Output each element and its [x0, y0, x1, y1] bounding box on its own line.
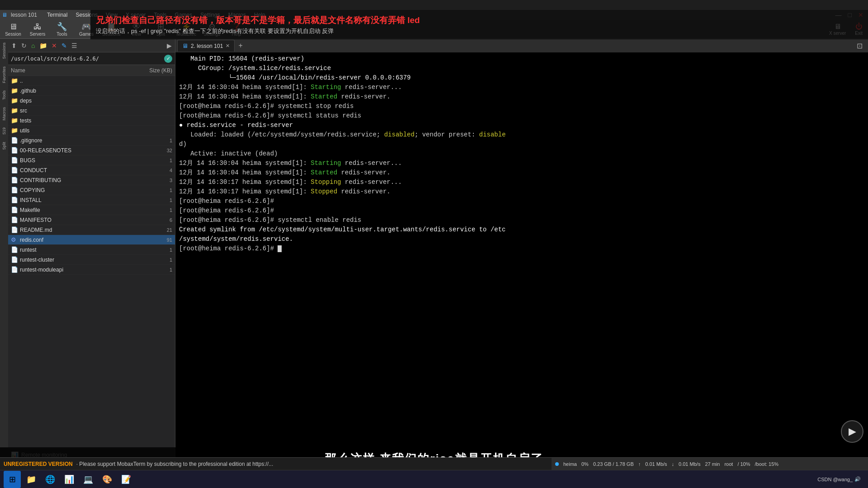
file-item[interactable]: 📄BUGS1	[8, 155, 175, 165]
menu-settings[interactable]: Settings	[197, 11, 223, 19]
file-item-name: utils	[20, 127, 150, 134]
window-title: lesson 101	[11, 12, 37, 18]
toolbar-split[interactable]: ⊞ Split	[150, 21, 172, 38]
folder-icon: 📁	[11, 87, 18, 94]
terminal-output[interactable]: Main PID: 15604 (redis-server) CGroup: /…	[175, 52, 868, 474]
toolbar-multiexec[interactable]: ⚡ MultiExec	[174, 21, 199, 38]
file-icon: 📄	[11, 167, 18, 174]
file-item[interactable]: 📄00-RELEASENOTES32	[8, 145, 175, 155]
menu-help[interactable]: Help	[250, 11, 269, 19]
toolbar-servers[interactable]: 🖧 Servers	[26, 21, 49, 38]
terminal-tab[interactable]: 🖥 2. lesson 101 ✕	[177, 40, 235, 52]
file-item[interactable]: 📄runtest1	[8, 245, 175, 255]
fp-edit-btn[interactable]: ✎	[60, 41, 68, 50]
xserver-button[interactable]: 🖥 X server	[826, 22, 849, 37]
file-item[interactable]: 📄.gitignore1	[8, 136, 175, 145]
task-explorer[interactable]: 📁	[23, 471, 40, 488]
volume-icon[interactable]: 🔊	[854, 476, 861, 482]
tab-close-btn[interactable]: ✕	[226, 43, 230, 49]
task-browser[interactable]: 🌐	[42, 471, 59, 488]
close-btn[interactable]: ✕	[855, 11, 866, 19]
file-col-header: Name Size (KB)	[8, 65, 175, 76]
file-item[interactable]: 📄runtest-cluster1	[8, 255, 175, 265]
menu-games[interactable]: Games	[171, 11, 196, 19]
col-size-header: Size (KB)	[141, 67, 172, 74]
menu-terminal[interactable]: Terminal	[43, 11, 71, 19]
menu-xserver[interactable]: X server	[122, 11, 150, 19]
sidebar-macros[interactable]: Macros	[1, 105, 7, 122]
status-dot	[555, 462, 559, 466]
file-item-size: 6	[150, 217, 172, 223]
file-item[interactable]: 📁src	[8, 106, 175, 116]
sidebar-s19[interactable]: S19	[1, 126, 7, 136]
task-typora[interactable]: 📝	[118, 471, 135, 488]
toolbar-session[interactable]: 🖥 Session	[2, 21, 24, 38]
terminal-line: [root@heima redis-6.2.6]# systemctl enab…	[179, 216, 864, 225]
file-item[interactable]: 📄CONDUCT4	[8, 165, 175, 175]
task-vscode[interactable]: 💻	[80, 471, 97, 488]
sidebar-favorites[interactable]: Favorites	[1, 65, 7, 85]
terminal-line: [root@heima redis-6.2.6]#	[179, 244, 864, 253]
fp-up-btn[interactable]: ⬆	[10, 41, 18, 50]
file-item[interactable]: 📄runtest-moduleapi1	[8, 265, 175, 275]
play-button[interactable]: ▶	[841, 420, 863, 443]
file-item[interactable]: 📁tests	[8, 116, 175, 126]
maximize-btn[interactable]: □	[845, 11, 854, 19]
menu-tools[interactable]: Tools	[151, 11, 170, 19]
play-icon: ▶	[849, 426, 856, 437]
fp-new-folder-btn[interactable]: 📁	[38, 41, 48, 50]
file-item-size: 1	[150, 138, 172, 143]
status-user: root	[724, 461, 733, 467]
file-item-name: runtest	[20, 247, 150, 253]
terminal-line: Loaded: loaded (/etc/systemd/system/redi…	[179, 130, 864, 140]
file-item[interactable]: 📄CONTRIBUTING3	[8, 175, 175, 185]
fp-view-btn[interactable]: ☰	[70, 41, 79, 50]
menu-sessions[interactable]: Sessions	[72, 11, 101, 19]
file-item-name: INSTALL	[20, 197, 150, 203]
task-photoshop[interactable]: 🎨	[99, 471, 116, 488]
toolbar-settings[interactable]: ⚙ Settings	[201, 21, 223, 38]
fp-home-btn[interactable]: ⌂	[30, 41, 36, 50]
file-item[interactable]: 📁.github	[8, 86, 175, 96]
file-item[interactable]: ⚙redis.conf91	[8, 235, 175, 245]
fp-scroll-right-btn[interactable]: ▶	[165, 41, 173, 50]
file-item[interactable]: 📁deps	[8, 96, 175, 106]
file-item[interactable]: 📄COPYING1	[8, 185, 175, 195]
file-panel: ⬆ ↻ ⌂ 📁 ✕ ✎ ☰ ▶ /usr/local/src/redis-6.2…	[8, 39, 175, 474]
file-item[interactable]: 📄INSTALL1	[8, 195, 175, 205]
exit-button[interactable]: ⏻ Exit	[851, 22, 866, 37]
tab-attach-btn[interactable]: ⊡	[853, 42, 866, 50]
multiexec-icon: ⚡	[181, 22, 191, 32]
toolbar-tools[interactable]: 🔧 Tools	[51, 21, 73, 38]
toolbar-games[interactable]: 🎮 Games	[75, 21, 98, 38]
menu-view[interactable]: View	[102, 11, 121, 19]
task-powerpoint[interactable]: 📊	[61, 471, 78, 488]
folder-icon: 📁	[11, 97, 18, 104]
minimize-btn[interactable]: —	[833, 11, 844, 19]
file-item[interactable]: 📁..	[8, 76, 175, 86]
sidebar-split[interactable]: Split	[1, 140, 7, 152]
tab-add-btn[interactable]: +	[236, 42, 244, 50]
file-item-name: CONDUCT	[20, 167, 150, 174]
file-item-name: CONTRIBUTING	[20, 177, 150, 183]
toolbar-help[interactable]: ❓ Help	[225, 21, 248, 38]
file-icon: 📄	[11, 266, 18, 273]
file-icon: 📄	[11, 137, 18, 144]
file-item[interactable]: 📁utils	[8, 126, 175, 136]
file-item[interactable]: 📄Makefile1	[8, 205, 175, 215]
toolbar-sessions[interactable]: 📋 Sessions	[99, 21, 123, 38]
start-button[interactable]: ⊞	[4, 471, 21, 488]
file-item[interactable]: 📄MANIFESTO6	[8, 215, 175, 225]
sidebar-sessions[interactable]: Sessions	[1, 41, 7, 61]
sidebar-tools[interactable]: Tools	[1, 89, 7, 102]
file-item[interactable]: 📄README.md21	[8, 225, 175, 235]
toolbar-view[interactable]: 👁 View	[125, 21, 148, 38]
terminal-line: 12月 14 16:30:04 heima systemd[1]: Starti…	[179, 83, 864, 92]
terminal-line: [root@heima redis-6.2.6]#	[179, 206, 864, 216]
fp-refresh-btn[interactable]: ↻	[20, 41, 28, 50]
file-item-name: BUGS	[20, 157, 150, 164]
menu-macros[interactable]: Macros	[225, 11, 250, 19]
fp-delete-btn[interactable]: ✕	[50, 41, 58, 50]
file-item-size: 4	[150, 168, 172, 173]
exit-icon: ⏻	[855, 23, 863, 31]
